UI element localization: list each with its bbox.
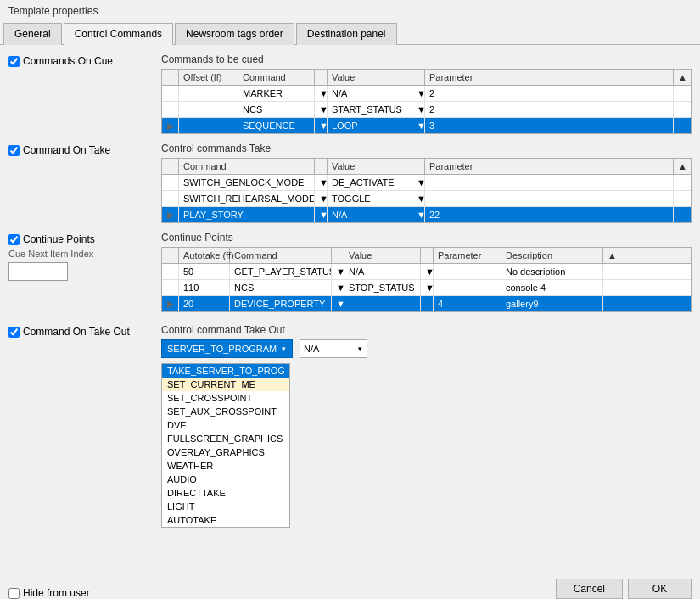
row-val-dd[interactable]: ▼ (412, 102, 425, 117)
row-val-dd[interactable]: ▼ (412, 191, 425, 206)
ok-button[interactable]: OK (628, 579, 692, 599)
row-arrow (162, 175, 179, 190)
row-cmd-dd[interactable]: ▼ (315, 86, 328, 101)
row-autotake: 110 (179, 280, 230, 295)
command-on-take-out-checkbox-label[interactable]: Command On Take Out (8, 326, 161, 338)
list-item[interactable]: AUDIO (162, 473, 289, 486)
take-col-cmd-dd (315, 159, 328, 174)
continue-points-left: Continue Points Cue Next Item Index (8, 232, 161, 281)
row-command: SWITCH_REHEARSAL_MODE (179, 191, 315, 206)
row-value (344, 296, 421, 311)
take-col-value: Value (328, 159, 412, 174)
row-command: SEQUENCE (238, 118, 315, 133)
command-dropdown-selected[interactable]: SERVER_TO_PROGRAM ▼ (161, 339, 293, 358)
cp-col-scroll: ▲ (603, 248, 620, 263)
table-row: 50 GET_PLAYER_STATUS ▼ N/A ▼ No descript… (162, 264, 691, 280)
continue-points-section: Continue Points Cue Next Item Index Cont… (8, 232, 692, 312)
row-offset (179, 118, 238, 133)
command-on-take-right: Control commands Take Command Value Para… (161, 143, 692, 223)
commands-on-cue-checkbox[interactable] (8, 56, 20, 67)
row-val-dd[interactable]: ▼ (412, 175, 425, 190)
command-dropdown-list: TAKE_SERVER_TO_PROG SET_CURRENT_ME SET_C… (161, 363, 290, 528)
tab-destination-panel[interactable]: Destination panel (296, 23, 397, 45)
cued-col-val-arrow (412, 70, 425, 85)
command-on-take-out-section: Command On Take Out Control command Take… (8, 324, 692, 528)
row-arrow (162, 102, 179, 117)
row-arrow (162, 280, 179, 295)
row-value: N/A (328, 207, 412, 222)
window: Template properties General Control Comm… (0, 0, 700, 599)
bottom-area: Hide from user Cancel OK (0, 575, 700, 599)
commands-on-cue-checkbox-label[interactable]: Commands On Cue (8, 55, 161, 67)
row-arrow (162, 86, 179, 101)
continue-points-checkbox-label[interactable]: Continue Points (8, 233, 161, 245)
list-item[interactable]: LIGHT (162, 500, 289, 513)
take-grid-header: Command Value Parameter ▲ (162, 159, 691, 175)
table-row: SWITCH_GENLOCK_MODE ▼ DE_ACTIVATE ▼ (162, 175, 691, 191)
cancel-button[interactable]: Cancel (556, 579, 623, 599)
row-value: LOOP (328, 118, 412, 133)
commands-on-cue-section: Commands On Cue Commands to be cued Offs… (8, 53, 692, 134)
cued-col-value: Value (328, 70, 412, 85)
row-scroll (674, 175, 691, 190)
footer-buttons: Cancel OK (556, 579, 692, 599)
row-cmd-dd[interactable]: ▼ (315, 207, 328, 222)
cued-col-scroll: ▲ (674, 70, 691, 85)
row-val-dd[interactable]: ▼ (421, 264, 434, 279)
row-cmd-dd[interactable]: ▼ (332, 264, 344, 279)
hide-from-user-checkbox[interactable] (8, 588, 20, 599)
row-cmd-dd[interactable]: ▼ (315, 118, 328, 133)
row-command: NCS (238, 102, 315, 117)
row-arrow (162, 264, 179, 279)
row-cmd-dd[interactable]: ▼ (315, 191, 328, 206)
cued-col-arrow (162, 70, 179, 85)
cue-next-label: Cue Next Item Index (8, 249, 161, 259)
cue-next-input[interactable] (8, 262, 68, 281)
list-item[interactable]: TAKE_SERVER_TO_PROG (162, 364, 289, 378)
title-bar: Template properties (0, 0, 700, 22)
row-cmd-dd[interactable]: ▼ (315, 175, 328, 190)
row-description: gallery9 (501, 296, 603, 311)
command-on-take-checkbox[interactable] (8, 145, 20, 156)
row-val-dd[interactable]: ▼ (412, 207, 425, 222)
row-cmd-dd[interactable]: ▼ (332, 280, 344, 295)
row-value: DE_ACTIVATE (328, 175, 412, 190)
list-item[interactable]: SET_CROSSPOINT (162, 391, 289, 405)
command-on-take-checkbox-label[interactable]: Command On Take (8, 144, 161, 156)
list-item[interactable]: WEATHER (162, 459, 289, 473)
list-item[interactable]: AUTOTAKE (162, 513, 289, 527)
list-item[interactable]: DVE (162, 418, 289, 432)
row-val-dd[interactable]: ▼ (421, 280, 434, 295)
row-scroll (674, 191, 691, 206)
row-description: console 4 (501, 280, 603, 295)
row-val-dd[interactable] (421, 296, 434, 311)
list-item[interactable]: OVERLAY_GRAPHICS (162, 445, 289, 459)
list-item[interactable]: DIRECTTAKE (162, 486, 289, 500)
row-cmd-dd[interactable]: ▼ (332, 296, 344, 311)
command-on-take-out-checkbox[interactable] (8, 327, 20, 338)
tab-newsroom-tags[interactable]: Newsroom tags order (175, 23, 294, 45)
continue-points-grid: Autotake (ff) Command Value Parameter De… (161, 247, 692, 312)
row-parameter (425, 175, 674, 190)
cp-col-val-dd (421, 248, 434, 263)
table-row: NCS ▼ START_STATUS ▼ 2 (162, 102, 691, 118)
row-val-dd[interactable]: ▼ (412, 118, 425, 133)
take-col-arrow (162, 159, 179, 174)
list-item[interactable]: FULLSCREEN_GRAPHICS (162, 432, 289, 445)
hide-from-user-label[interactable]: Hide from user (8, 587, 90, 599)
row-val-dd[interactable]: ▼ (412, 86, 425, 101)
row-value: N/A (328, 86, 412, 101)
row-autotake: 20 (179, 296, 230, 311)
row-cmd-dd[interactable]: ▼ (315, 102, 328, 117)
row-command: SWITCH_GENLOCK_MODE (179, 175, 315, 190)
list-item[interactable]: SET_CURRENT_ME (162, 378, 289, 391)
list-item[interactable]: SET_AUX_CROSSPOINT (162, 405, 289, 418)
main-content: Commands On Cue Commands to be cued Offs… (0, 45, 700, 575)
take-col-parameter: Parameter (425, 159, 674, 174)
tab-control-commands[interactable]: Control Commands (64, 23, 173, 45)
tab-general[interactable]: General (3, 23, 62, 45)
cp-grid-header: Autotake (ff) Command Value Parameter De… (162, 248, 691, 264)
row-parameter: 3 (425, 118, 674, 133)
value-dropdown[interactable]: N/A ▼ (300, 339, 367, 358)
continue-points-checkbox[interactable] (8, 234, 20, 245)
